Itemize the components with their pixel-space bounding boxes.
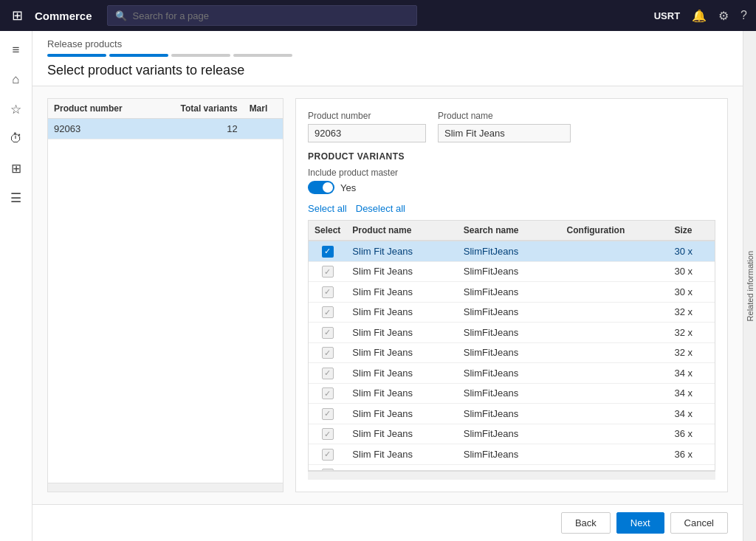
cell-size: 36 x xyxy=(668,424,715,444)
checkbox-unchecked[interactable]: ✓ xyxy=(322,306,334,318)
cell-select[interactable]: ✓ xyxy=(309,323,346,343)
left-panel: Product number Total variants Marl 92063… xyxy=(47,98,284,492)
progress-seg-3 xyxy=(171,54,230,57)
checkbox-unchecked[interactable]: ✓ xyxy=(322,428,334,440)
variants-table-header: Select Product name Search name Configur… xyxy=(309,221,715,241)
select-links: Select all Deselect all xyxy=(308,203,715,214)
cell-select[interactable]: ✓ xyxy=(309,444,346,465)
cell-select[interactable]: ✓ xyxy=(309,404,346,424)
cell-product-name: Slim Fit Jeans xyxy=(346,323,457,343)
cell-select[interactable]: ✓ xyxy=(309,302,346,323)
cell-select[interactable]: ✓ xyxy=(309,342,346,363)
table-row[interactable]: ✓Slim Fit JeansSlimFitJeans32 x xyxy=(309,323,715,343)
cell-search-name: SlimFitJeans xyxy=(458,424,561,444)
help-icon[interactable]: ? xyxy=(740,9,747,22)
cell-configuration xyxy=(561,261,669,282)
cell-configuration xyxy=(561,302,669,323)
table-row[interactable]: ✓Slim Fit JeansSlimFitJeans32 x xyxy=(309,342,715,363)
settings-icon[interactable]: ⚙ xyxy=(718,9,729,23)
next-button[interactable]: Next xyxy=(616,512,664,534)
page-body: Product number Total variants Marl 92063… xyxy=(32,86,743,504)
cell-product-name: Slim Fit Jeans xyxy=(346,282,457,303)
cell-search-name: SlimFitJeans xyxy=(458,261,561,282)
cell-search-name: SlimFitJeans xyxy=(458,363,561,384)
col-marl: Marl xyxy=(244,99,283,119)
cell-configuration xyxy=(561,323,669,343)
checkbox-unchecked[interactable]: ✓ xyxy=(322,449,334,461)
table-row[interactable]: ✓Slim Fit JeansSlimFitJeans30 x xyxy=(309,282,715,303)
notifications-icon[interactable]: 🔔 xyxy=(692,9,707,23)
cell-product-name: Slim Fit Jeans xyxy=(346,444,457,465)
variants-scrollbar[interactable] xyxy=(308,471,715,480)
page-header: Release products Select product variants… xyxy=(32,31,743,86)
table-row[interactable]: 92063 12 xyxy=(48,119,283,139)
cell-size: 30 x xyxy=(668,261,715,282)
deselect-all-link[interactable]: Deselect all xyxy=(356,203,405,214)
include-master-toggle-text: Yes xyxy=(340,182,356,193)
sidebar-item-modules[interactable]: ☰ xyxy=(3,185,30,211)
sidebar-item-recent[interactable]: ⏱ xyxy=(3,125,30,152)
include-master-toggle[interactable] xyxy=(308,181,334,194)
product-name-value: Slim Fit Jeans xyxy=(438,124,571,142)
cell-size: 34 x xyxy=(668,383,715,404)
table-row[interactable]: ✓Slim Fit JeansSlimFitJeans30 x xyxy=(309,241,715,261)
search-bar[interactable]: 🔍 xyxy=(107,5,417,26)
variants-table-wrapper[interactable]: Select Product name Search name Configur… xyxy=(308,220,715,471)
checkbox-unchecked[interactable]: ✓ xyxy=(322,368,334,379)
table-row[interactable]: ✓Slim Fit JeansSlimFitJeans32 x xyxy=(309,302,715,323)
table-row[interactable]: ✓Slim Fit JeansSlimFitJeans36 x xyxy=(309,464,715,471)
cell-product-number: 92063 xyxy=(48,119,154,139)
sidebar-item-menu[interactable]: ≡ xyxy=(3,37,30,63)
table-row[interactable]: ✓Slim Fit JeansSlimFitJeans34 x xyxy=(309,404,715,424)
checkbox-unchecked[interactable]: ✓ xyxy=(322,408,334,420)
checkbox-unchecked[interactable]: ✓ xyxy=(322,347,334,359)
col-total-variants: Total variants xyxy=(154,99,244,119)
cell-size: 34 x xyxy=(668,404,715,424)
cell-select[interactable]: ✓ xyxy=(309,464,346,471)
cell-size: 32 x xyxy=(668,342,715,363)
cell-select[interactable]: ✓ xyxy=(309,363,346,384)
col-select: Select xyxy=(309,221,346,241)
select-all-link[interactable]: Select all xyxy=(308,203,347,214)
checkbox-unchecked[interactable]: ✓ xyxy=(322,286,334,298)
sidebar-item-workspaces[interactable]: ⊞ xyxy=(3,155,30,182)
sidebar: ≡ ⌂ ☆ ⏱ ⊞ ☰ xyxy=(0,31,32,541)
cell-select[interactable]: ✓ xyxy=(309,241,346,261)
left-panel-scroll[interactable]: Product number Total variants Marl 92063… xyxy=(48,99,283,483)
cell-select[interactable]: ✓ xyxy=(309,261,346,282)
product-number-label: Product number xyxy=(308,111,426,121)
progress-seg-2 xyxy=(109,54,168,57)
bottom-bar: Back Next Cancel xyxy=(32,504,743,541)
table-row[interactable]: ✓Slim Fit JeansSlimFitJeans34 x xyxy=(309,363,715,384)
back-button[interactable]: Back xyxy=(561,512,611,534)
cell-select[interactable]: ✓ xyxy=(309,282,346,303)
cell-product-name: Slim Fit Jeans xyxy=(346,383,457,404)
right-info-label: Related information xyxy=(746,251,755,321)
cell-size: 30 x xyxy=(668,241,715,261)
checkbox-unchecked[interactable]: ✓ xyxy=(322,327,334,339)
table-row[interactable]: ✓Slim Fit JeansSlimFitJeans36 x xyxy=(309,444,715,465)
cell-select[interactable]: ✓ xyxy=(309,383,346,404)
include-master-label: Include product master xyxy=(308,168,715,178)
cell-product-name: Slim Fit Jeans xyxy=(346,302,457,323)
cell-configuration xyxy=(561,464,669,471)
right-info-panel[interactable]: Related information xyxy=(743,31,756,541)
sidebar-item-favorites[interactable]: ☆ xyxy=(3,96,30,123)
table-row[interactable]: ✓Slim Fit JeansSlimFitJeans34 x xyxy=(309,383,715,404)
apps-icon[interactable]: ⊞ xyxy=(9,4,26,27)
col-product-number: Product number xyxy=(48,99,154,119)
table-row[interactable]: ✓Slim Fit JeansSlimFitJeans30 x xyxy=(309,261,715,282)
cell-search-name: SlimFitJeans xyxy=(458,464,561,471)
col-configuration: Configuration xyxy=(561,221,669,241)
sidebar-item-home[interactable]: ⌂ xyxy=(3,66,30,93)
search-input[interactable] xyxy=(133,10,409,21)
cancel-button[interactable]: Cancel xyxy=(670,512,728,534)
cell-select[interactable]: ✓ xyxy=(309,424,346,444)
left-panel-scrollbar[interactable] xyxy=(48,483,283,492)
cell-size: 36 x xyxy=(668,444,715,465)
checkbox-unchecked[interactable]: ✓ xyxy=(322,266,334,278)
checkbox-checked[interactable]: ✓ xyxy=(322,246,334,258)
cell-search-name: SlimFitJeans xyxy=(458,323,561,343)
checkbox-unchecked[interactable]: ✓ xyxy=(322,387,334,399)
table-row[interactable]: ✓Slim Fit JeansSlimFitJeans36 x xyxy=(309,424,715,444)
